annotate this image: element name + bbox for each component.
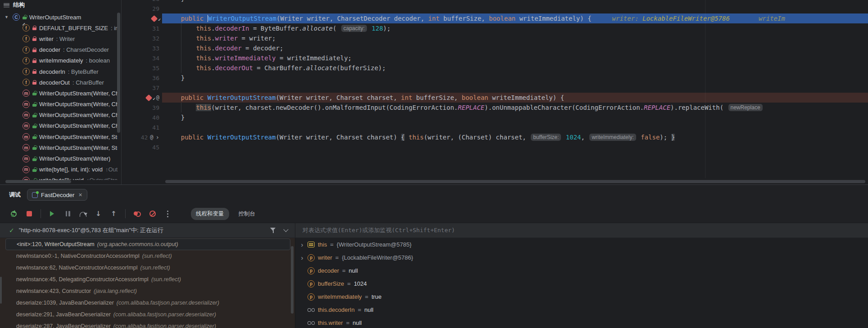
structure-item[interactable]: fdecoderIn: ByteBuffer — [0, 66, 118, 77]
stack-frame-row[interactable]: newInstance:45, DelegatingConstructorAcc… — [0, 274, 295, 285]
variable-row[interactable]: pbufferSize = 1024 — [295, 277, 868, 290]
structure-item[interactable]: fdecoderOut: CharBuffer — [0, 77, 118, 88]
pause-button[interactable] — [64, 210, 72, 218]
editor-horizontal-scrollbar[interactable] — [165, 180, 865, 183]
structure-item[interactable]: fDEFAULT_BUFFER_SIZE: int = 1024 — [0, 22, 118, 33]
stop-button[interactable] — [25, 210, 33, 218]
step-over-button[interactable] — [79, 210, 87, 218]
structure-horizontal-scrollbar[interactable] — [5, 180, 71, 183]
breakpoint-icon[interactable]: ✓ — [145, 94, 152, 101]
thread-selector[interactable]: ✓ "http-nio-8078-exec-10"@5,783 在组"main"… — [0, 223, 295, 238]
field-icon: f — [23, 68, 30, 75]
private-lock-icon — [32, 80, 36, 85]
structure-item[interactable]: mWriterOutputStream(Writer, Cha — [0, 88, 118, 99]
structure-item[interactable]: mWriterOutputStream(Writer, Stri — [0, 131, 118, 142]
close-icon[interactable]: × — [78, 191, 82, 198]
tab-console[interactable]: 控制台 — [237, 208, 258, 220]
gutter-cell[interactable]: 36 — [122, 75, 162, 81]
code-text — [162, 142, 868, 152]
variable-row[interactable]: pdecoder = null — [295, 264, 868, 277]
stack-frame-row[interactable]: newInstance:62, NativeConstructorAccesso… — [0, 262, 295, 274]
debug-title: 调试 — [9, 191, 21, 199]
structure-item[interactable]: ▼CWriterOutputStream — [0, 12, 118, 22]
gutter-cell[interactable]: 28 — [122, 0, 162, 2]
structure-vertical-scrollbar[interactable] — [117, 13, 120, 133]
rerun-button[interactable] — [10, 210, 18, 218]
resume-button[interactable] — [49, 210, 56, 218]
gutter-cell[interactable]: ✓ — [122, 16, 162, 21]
gutter-cell[interactable]: ✓@ — [122, 94, 162, 101]
private-lock-icon — [32, 48, 36, 52]
rerun-icon — [11, 211, 17, 217]
method-icon: m — [23, 112, 30, 119]
stack-frame-row[interactable]: newInstance:423, Constructor(java.lang.r… — [0, 285, 295, 297]
variable-row[interactable]: ›this = {WriterOutputStream@5785} — [295, 238, 868, 251]
more-options-button[interactable] — [164, 210, 172, 218]
evaluate-placeholder: 对表达式求值(Enter)或添加监视(Ctrl+Shift+Enter) — [303, 226, 455, 234]
code-line: 42@› public WriterOutputStream(Writer wr… — [122, 132, 868, 142]
structure-item[interactable]: mWriterOutputStream(Writer, Cha — [0, 121, 118, 131]
structure-item[interactable]: fwriteImmediately: boolean — [0, 55, 118, 66]
variable-row[interactable]: pwriteImmediately = true — [295, 290, 868, 303]
stack-frame-row[interactable]: deserialze:291, JavaBeanDeserializer(com… — [0, 309, 295, 320]
ide-window: 结构 ▼CWriterOutputStreamfDEFAULT_BUFFER_S… — [0, 0, 868, 328]
structure-item[interactable]: mWriterOutputStream(Writer, Cha — [0, 110, 118, 121]
stack-frame-row[interactable]: deserialze:1039, JavaBeanDeserializer(co… — [0, 297, 295, 309]
frames-left-scrollbar[interactable] — [0, 277, 2, 304]
view-breakpoints-button[interactable] — [133, 210, 141, 218]
mute-breakpoints-button[interactable] — [149, 210, 156, 218]
pause-icon-bar — [68, 211, 70, 216]
structure-item[interactable]: fwriter: Writer — [0, 33, 118, 44]
code-line: 39 this(writer, charset.newDecoder().onM… — [122, 103, 868, 112]
gutter-cell[interactable]: 45 — [122, 144, 162, 151]
code-text: this.decoderIn = ByteBuffer.allocate( ca… — [162, 23, 868, 33]
tab-threads-variables[interactable]: 线程和变量 — [191, 208, 229, 220]
session-tab-label: FastDecoder — [41, 192, 74, 198]
parameter-icon: p — [307, 254, 315, 261]
gutter-cell[interactable]: 32 — [122, 35, 162, 42]
structure-item[interactable]: mwrite(byte[], int, int): void ↑OutputSt… — [0, 164, 118, 175]
gutter-cell[interactable]: 40 — [122, 114, 162, 121]
structure-item[interactable]: fdecoder: CharsetDecoder — [0, 45, 118, 55]
gutter-cell[interactable]: 37 — [122, 85, 162, 91]
variable-row[interactable]: ›pwriter = {LockableFileWriter@5786} — [295, 251, 868, 264]
method-icon: m — [23, 144, 30, 151]
method-icon: m — [23, 177, 30, 180]
gutter-cell[interactable]: 39 — [122, 104, 162, 111]
variable-row[interactable]: this.decoderIn = null — [295, 303, 868, 316]
stack-frame-row[interactable]: newInstance0:-1, NativeConstructorAccess… — [0, 250, 295, 262]
code-text: this.writer = writer; — [162, 33, 868, 43]
variable-row[interactable]: this.writer = null — [295, 316, 868, 328]
code-line: 35 this.decoderOut = CharBuffer.allocate… — [122, 63, 868, 73]
stack-frame-row[interactable]: deserialze:287, JavaBeanDeserializer(com… — [0, 320, 295, 328]
structure-item[interactable]: mwrite(byte[]): void ↑OutputStream — [0, 175, 118, 180]
stack-frame-row[interactable]: <init>:120, WriterOutputStream(org.apach… — [5, 238, 290, 250]
gutter-cell[interactable]: 42@› — [122, 134, 162, 141]
gutter-cell[interactable]: 33 — [122, 45, 162, 52]
structure-item[interactable]: mWriterOutputStream(Writer, Stri — [0, 142, 118, 153]
code-line: 29 — [122, 4, 868, 13]
chevron-down-icon[interactable] — [283, 227, 288, 232]
watch-icon — [307, 306, 315, 314]
frames-vertical-scrollbar[interactable] — [291, 246, 294, 314]
code-editor[interactable]: 28 }29✓ public WriterOutputStream(Writer… — [122, 0, 868, 184]
gutter-cell[interactable]: 41 — [122, 124, 162, 131]
step-into-button[interactable]: ↓ — [95, 210, 102, 218]
menu-icon[interactable] — [4, 3, 9, 7]
breakpoint-icon[interactable]: ✓ — [151, 15, 158, 22]
variables-tree: ›this = {WriterOutputStream@5785}›pwrite… — [295, 238, 868, 328]
structure-item[interactable]: mWriterOutputStream(Writer, Cha — [0, 99, 118, 110]
session-tab-fastdecoder[interactable]: FastDecoder × — [27, 189, 87, 201]
gutter-cell[interactable]: 29 — [122, 5, 162, 12]
gutter-cell[interactable]: 34 — [122, 55, 162, 62]
private-lock-icon — [32, 26, 36, 30]
structure-item[interactable]: mWriterOutputStream(Writer) — [0, 153, 118, 164]
structure-panel: 结构 ▼CWriterOutputStreamfDEFAULT_BUFFER_S… — [0, 0, 122, 184]
gutter-cell[interactable]: 31 — [122, 25, 162, 32]
pause-icon — [66, 211, 68, 216]
gutter-cell[interactable]: 35 — [122, 65, 162, 72]
public-lock-icon — [32, 157, 36, 161]
step-out-button[interactable]: ↑ — [110, 210, 118, 218]
evaluate-expression-input[interactable]: 对表达式求值(Enter)或添加监视(Ctrl+Shift+Enter) — [295, 223, 868, 238]
filter-icon[interactable] — [270, 228, 276, 233]
